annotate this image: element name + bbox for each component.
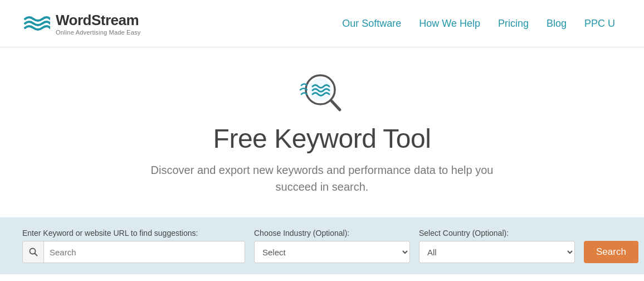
- keyword-input[interactable]: [44, 241, 245, 263]
- industry-label: Choose Industry (Optional):: [254, 229, 410, 238]
- country-label: Select Country (Optional):: [419, 229, 575, 238]
- nav-ppc-u[interactable]: PPC U: [578, 13, 622, 34]
- nav-pricing[interactable]: Pricing: [491, 13, 535, 34]
- svg-line-2: [331, 101, 340, 110]
- keyword-tool-icon: [297, 70, 347, 114]
- logo: WordStream Online Advertising Made Easy: [22, 12, 140, 36]
- logo-tagline: Online Advertising Made Easy: [56, 29, 140, 36]
- search-icon-box[interactable]: [23, 241, 44, 263]
- nav-blog[interactable]: Blog: [540, 13, 573, 34]
- page-title: Free Keyword Tool: [213, 123, 431, 154]
- country-select[interactable]: All United States United Kingdom Canada …: [419, 241, 575, 263]
- industry-select[interactable]: Select Automotive Beauty & Personal Care…: [254, 241, 410, 263]
- search-button[interactable]: Search: [584, 241, 638, 263]
- industry-field-group: Choose Industry (Optional): Select Autom…: [254, 229, 410, 263]
- search-button-group: Search: [584, 241, 638, 263]
- nav-our-software[interactable]: Our Software: [335, 13, 408, 34]
- site-header: WordStream Online Advertising Made Easy …: [0, 0, 644, 47]
- main-nav: Our Software How We Help Pricing Blog PP…: [335, 13, 622, 34]
- logo-text: WordStream Online Advertising Made Easy: [56, 12, 140, 36]
- country-field-group: Select Country (Optional): All United St…: [419, 229, 575, 263]
- wordstream-logo-icon: [22, 12, 50, 35]
- nav-how-we-help[interactable]: How We Help: [412, 13, 487, 34]
- search-bar-section: Enter Keyword or website URL to find sug…: [0, 217, 644, 274]
- keyword-field-group: Enter Keyword or website URL to find sug…: [22, 229, 245, 263]
- logo-name: WordStream: [56, 12, 140, 29]
- search-icon: [29, 248, 38, 256]
- keyword-label: Enter Keyword or website URL to find sug…: [22, 229, 245, 238]
- hero-section: Free Keyword Tool Discover and export ne…: [0, 47, 644, 206]
- keyword-input-wrapper: [22, 241, 245, 263]
- page-subtitle: Discover and export new keywords and per…: [144, 162, 500, 195]
- svg-line-4: [35, 254, 37, 256]
